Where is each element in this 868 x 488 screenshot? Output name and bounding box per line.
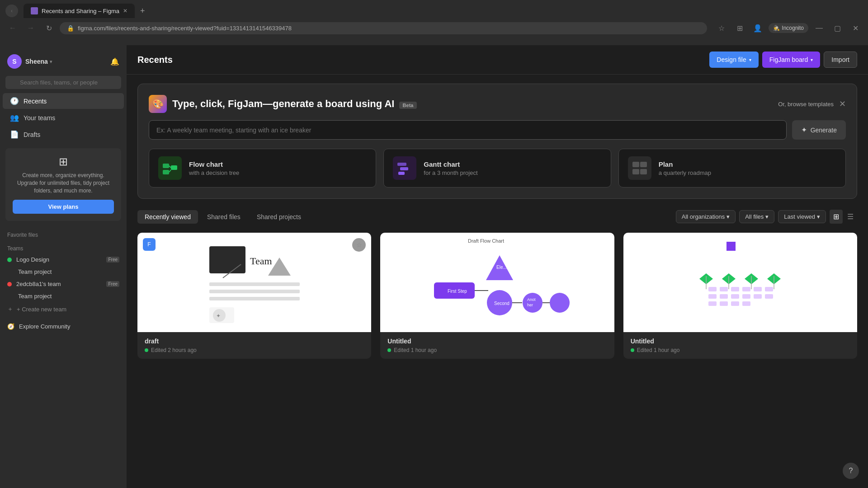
generate-button[interactable]: ✦ Generate	[792, 120, 846, 140]
star-button[interactable]: ☆	[352, 238, 366, 252]
chevron-down-icon: ▾	[765, 213, 769, 220]
grid-view-button[interactable]: ⊞	[830, 210, 843, 224]
close-window-button[interactable]: ✕	[848, 21, 863, 35]
team-subitem: Team project	[18, 268, 52, 275]
refresh-button[interactable]: ↻	[42, 21, 56, 35]
sidebar-item-your-teams[interactable]: 👥 Your teams	[3, 110, 124, 126]
all-orgs-filter[interactable]: All organizations ▾	[676, 210, 736, 223]
file-name: draft	[145, 338, 364, 345]
file-meta: Edited 2 hours ago	[145, 347, 364, 353]
forward-button[interactable]: →	[24, 21, 38, 35]
active-tab[interactable]: Recents and Sharing – Figma ✕	[24, 4, 135, 18]
dropdown-arrow-icon: ▾	[749, 57, 751, 62]
template-card-title: Gantt chart	[424, 160, 477, 168]
plan-icon	[628, 156, 651, 180]
team-2edcb8a1[interactable]: 2edcb8a1's team Free	[0, 278, 127, 290]
beta-badge: Beta	[399, 102, 417, 109]
search-wrapper: 🔍	[5, 76, 121, 89]
tab-shared-files[interactable]: Shared files	[200, 210, 248, 224]
view-plans-button[interactable]: View plans	[13, 200, 114, 214]
tab-recently-viewed[interactable]: Recently viewed	[137, 210, 198, 224]
team-logo-design[interactable]: Logo Design Free	[0, 253, 127, 266]
explore-label: Explore Community	[19, 323, 70, 330]
extensions-button[interactable]: ⊞	[732, 21, 747, 35]
view-toggle: ⊞ ☰	[830, 210, 857, 224]
svg-text:her: her	[527, 303, 533, 307]
close-banner-button[interactable]: ✕	[839, 99, 846, 109]
ai-banner-title: Type, click, FigJam—generate a board usi…	[172, 98, 417, 110]
new-tab-button[interactable]: +	[137, 5, 149, 18]
main-scrollable-content: 🎨 Type, click, FigJam—generate a board u…	[127, 75, 868, 488]
design-file-button[interactable]: Design file ▾	[709, 52, 758, 68]
all-files-filter[interactable]: All files ▾	[739, 210, 774, 223]
sidebar-item-recents[interactable]: 🕐 Recents	[3, 93, 124, 109]
explore-community-button[interactable]: 🧭 Explore Community	[0, 319, 127, 333]
import-button[interactable]: Import	[824, 52, 857, 68]
file-edited-time: Edited 1 hour ago	[637, 347, 680, 353]
template-card-text: Flow chart with a decision tree	[189, 160, 239, 176]
team-name: 2edcb8a1's team	[16, 281, 61, 287]
template-card-gantt-chart[interactable]: Gantt chart for a 3 month project	[383, 149, 611, 188]
tab-back-button[interactable]: ‹	[5, 5, 18, 17]
minimize-button[interactable]: —	[812, 21, 826, 35]
file-thumbnail-draft: F ☆ Team	[137, 233, 371, 332]
browse-templates-link[interactable]: Or, browse templates	[778, 101, 834, 108]
file-card-draft[interactable]: F ☆ Team	[137, 233, 371, 359]
browser-tabs: ‹ Recents and Sharing – Figma ✕ +	[0, 0, 868, 18]
svg-text:✦: ✦	[216, 313, 221, 319]
svg-rect-9	[640, 162, 647, 167]
file-meta: Edited 1 hour ago	[387, 347, 607, 353]
team-2edcb8a1-project[interactable]: Team project	[0, 290, 127, 302]
figjam-board-button[interactable]: FigJam board ▾	[762, 52, 821, 68]
team-color-dot	[7, 258, 12, 262]
sidebar-item-label: Recents	[24, 98, 47, 105]
file-name: Untitled	[631, 338, 850, 345]
svg-text:Anot: Anot	[527, 297, 536, 302]
back-button[interactable]: ←	[5, 21, 20, 35]
svg-rect-49	[731, 294, 739, 299]
users-icon: 👥	[10, 113, 19, 122]
sort-filter[interactable]: Last viewed ▾	[778, 210, 826, 223]
ai-prompt-input[interactable]	[149, 120, 787, 140]
ai-banner-right: Or, browse templates ✕	[778, 99, 846, 109]
file-thumbnail-untitled-2	[623, 233, 857, 332]
user-profile[interactable]: S Sheena ▾ 🔔	[0, 51, 127, 72]
tabs-right-controls: All organizations ▾ All files ▾ Last vie…	[676, 210, 857, 224]
svg-text:Ele...: Ele...	[496, 265, 507, 270]
svg-rect-50	[742, 294, 750, 299]
profile-button[interactable]: 👤	[750, 21, 765, 35]
search-input[interactable]	[5, 76, 121, 89]
list-view-button[interactable]: ☰	[844, 210, 857, 224]
create-new-team-button[interactable]: ＋ + Create new team	[0, 302, 127, 316]
file-meta: Edited 1 hour ago	[631, 347, 850, 353]
file-info-draft: draft Edited 2 hours ago	[137, 332, 371, 359]
svg-rect-16	[209, 290, 300, 293]
svg-rect-52	[765, 294, 773, 299]
svg-rect-41	[708, 287, 717, 291]
svg-rect-43	[731, 287, 739, 291]
maximize-button[interactable]: ▢	[830, 21, 844, 35]
file-card-untitled-2[interactable]: Untitled Edited 1 hour ago	[623, 233, 857, 359]
sidebar-item-drafts[interactable]: 📄 Drafts	[3, 127, 124, 142]
team-logo-design-project[interactable]: Team project	[0, 266, 127, 278]
gantt-chart-icon	[393, 156, 416, 180]
sidebar-item-label: Drafts	[24, 131, 40, 138]
compass-icon: 🧭	[7, 323, 14, 330]
file-grid: F ☆ Team	[137, 233, 857, 359]
online-indicator	[387, 348, 391, 352]
dropdown-arrow-icon: ▾	[811, 57, 813, 62]
template-card-text: Gantt chart for a 3 month project	[424, 160, 477, 176]
tab-close-button[interactable]: ✕	[123, 8, 127, 14]
template-card-text: Plan a quarterly roadmap	[659, 160, 711, 176]
svg-rect-44	[742, 287, 750, 291]
template-card-plan[interactable]: Plan a quarterly roadmap	[618, 149, 846, 188]
tab-shared-projects[interactable]: Shared projects	[250, 210, 308, 224]
address-bar[interactable]: 🔒 figma.com/files/recents-and-sharing/re…	[60, 22, 707, 34]
bookmark-button[interactable]: ☆	[714, 21, 729, 35]
help-button[interactable]: ?	[843, 463, 859, 479]
notifications-button[interactable]: 🔔	[110, 57, 119, 66]
svg-text:Draft Flow Chart: Draft Flow Chart	[468, 238, 504, 244]
url-text: figma.com/files/recents-and-sharing/rece…	[78, 25, 292, 32]
file-card-untitled-1[interactable]: Draft Flow Chart Ele... First Step Sec	[380, 233, 614, 359]
template-card-flow-chart[interactable]: Flow chart with a decision tree	[149, 149, 376, 188]
